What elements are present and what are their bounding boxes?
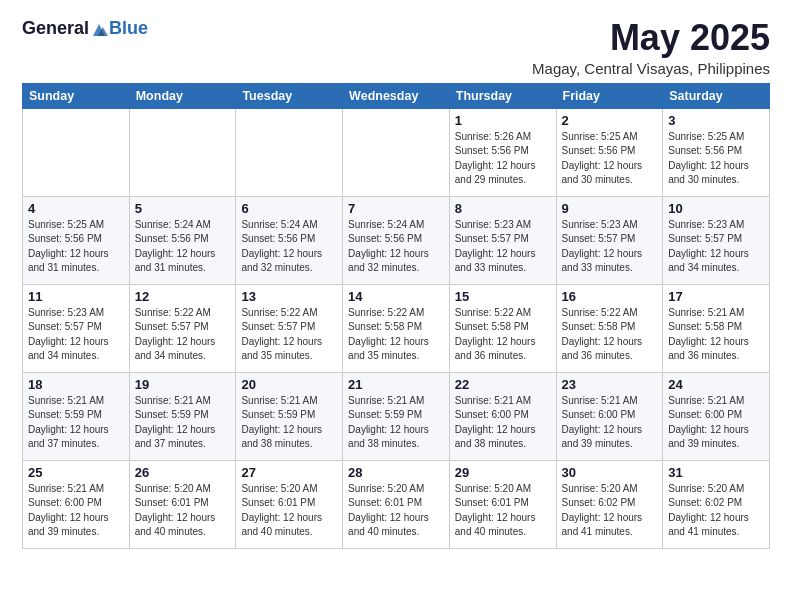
day-info: Sunrise: 5:20 AM Sunset: 6:02 PM Dayligh… — [562, 482, 658, 540]
day-number: 30 — [562, 465, 658, 480]
day-info: Sunrise: 5:24 AM Sunset: 5:56 PM Dayligh… — [135, 218, 231, 276]
day-number: 25 — [28, 465, 124, 480]
day-info: Sunrise: 5:22 AM Sunset: 5:57 PM Dayligh… — [135, 306, 231, 364]
calendar-cell: 10Sunrise: 5:23 AM Sunset: 5:57 PM Dayli… — [663, 196, 770, 284]
day-number: 3 — [668, 113, 764, 128]
day-number: 14 — [348, 289, 444, 304]
day-info: Sunrise: 5:20 AM Sunset: 6:01 PM Dayligh… — [348, 482, 444, 540]
column-header-sunday: Sunday — [23, 83, 130, 108]
calendar-cell: 16Sunrise: 5:22 AM Sunset: 5:58 PM Dayli… — [556, 284, 663, 372]
calendar-cell: 24Sunrise: 5:21 AM Sunset: 6:00 PM Dayli… — [663, 372, 770, 460]
header: General Blue May 2025 Magay, Central Vis… — [22, 18, 770, 77]
day-info: Sunrise: 5:20 AM Sunset: 6:01 PM Dayligh… — [135, 482, 231, 540]
day-info: Sunrise: 5:26 AM Sunset: 5:56 PM Dayligh… — [455, 130, 551, 188]
day-number: 6 — [241, 201, 337, 216]
calendar-cell: 19Sunrise: 5:21 AM Sunset: 5:59 PM Dayli… — [129, 372, 236, 460]
day-info: Sunrise: 5:20 AM Sunset: 6:01 PM Dayligh… — [455, 482, 551, 540]
day-number: 31 — [668, 465, 764, 480]
day-info: Sunrise: 5:21 AM Sunset: 5:59 PM Dayligh… — [241, 394, 337, 452]
day-number: 1 — [455, 113, 551, 128]
day-info: Sunrise: 5:20 AM Sunset: 6:01 PM Dayligh… — [241, 482, 337, 540]
calendar-cell: 14Sunrise: 5:22 AM Sunset: 5:58 PM Dayli… — [343, 284, 450, 372]
day-number: 8 — [455, 201, 551, 216]
day-info: Sunrise: 5:25 AM Sunset: 5:56 PM Dayligh… — [562, 130, 658, 188]
day-number: 27 — [241, 465, 337, 480]
day-info: Sunrise: 5:20 AM Sunset: 6:02 PM Dayligh… — [668, 482, 764, 540]
day-info: Sunrise: 5:21 AM Sunset: 6:00 PM Dayligh… — [668, 394, 764, 452]
day-info: Sunrise: 5:24 AM Sunset: 5:56 PM Dayligh… — [241, 218, 337, 276]
calendar-cell: 1Sunrise: 5:26 AM Sunset: 5:56 PM Daylig… — [449, 108, 556, 196]
calendar-cell: 8Sunrise: 5:23 AM Sunset: 5:57 PM Daylig… — [449, 196, 556, 284]
day-number: 21 — [348, 377, 444, 392]
column-header-monday: Monday — [129, 83, 236, 108]
calendar-cell: 23Sunrise: 5:21 AM Sunset: 6:00 PM Dayli… — [556, 372, 663, 460]
day-info: Sunrise: 5:21 AM Sunset: 5:59 PM Dayligh… — [28, 394, 124, 452]
calendar-cell: 9Sunrise: 5:23 AM Sunset: 5:57 PM Daylig… — [556, 196, 663, 284]
day-info: Sunrise: 5:21 AM Sunset: 5:58 PM Dayligh… — [668, 306, 764, 364]
day-number: 12 — [135, 289, 231, 304]
column-header-wednesday: Wednesday — [343, 83, 450, 108]
calendar-cell: 17Sunrise: 5:21 AM Sunset: 5:58 PM Dayli… — [663, 284, 770, 372]
day-number: 4 — [28, 201, 124, 216]
week-row-5: 25Sunrise: 5:21 AM Sunset: 6:00 PM Dayli… — [23, 460, 770, 548]
day-number: 16 — [562, 289, 658, 304]
calendar-cell: 11Sunrise: 5:23 AM Sunset: 5:57 PM Dayli… — [23, 284, 130, 372]
calendar-cell: 31Sunrise: 5:20 AM Sunset: 6:02 PM Dayli… — [663, 460, 770, 548]
day-number: 15 — [455, 289, 551, 304]
column-header-saturday: Saturday — [663, 83, 770, 108]
day-info: Sunrise: 5:21 AM Sunset: 5:59 PM Dayligh… — [135, 394, 231, 452]
day-number: 5 — [135, 201, 231, 216]
day-info: Sunrise: 5:22 AM Sunset: 5:58 PM Dayligh… — [455, 306, 551, 364]
day-number: 26 — [135, 465, 231, 480]
calendar-cell: 4Sunrise: 5:25 AM Sunset: 5:56 PM Daylig… — [23, 196, 130, 284]
day-info: Sunrise: 5:22 AM Sunset: 5:58 PM Dayligh… — [562, 306, 658, 364]
calendar-cell — [23, 108, 130, 196]
day-info: Sunrise: 5:23 AM Sunset: 5:57 PM Dayligh… — [455, 218, 551, 276]
day-info: Sunrise: 5:21 AM Sunset: 6:00 PM Dayligh… — [455, 394, 551, 452]
day-number: 9 — [562, 201, 658, 216]
location-title: Magay, Central Visayas, Philippines — [532, 60, 770, 77]
header-row: SundayMondayTuesdayWednesdayThursdayFrid… — [23, 83, 770, 108]
title-area: May 2025 Magay, Central Visayas, Philipp… — [532, 18, 770, 77]
calendar-table: SundayMondayTuesdayWednesdayThursdayFrid… — [22, 83, 770, 549]
week-row-3: 11Sunrise: 5:23 AM Sunset: 5:57 PM Dayli… — [23, 284, 770, 372]
day-info: Sunrise: 5:23 AM Sunset: 5:57 PM Dayligh… — [668, 218, 764, 276]
day-number: 2 — [562, 113, 658, 128]
day-number: 23 — [562, 377, 658, 392]
column-header-tuesday: Tuesday — [236, 83, 343, 108]
day-number: 11 — [28, 289, 124, 304]
week-row-2: 4Sunrise: 5:25 AM Sunset: 5:56 PM Daylig… — [23, 196, 770, 284]
logo-general: General — [22, 18, 89, 39]
logo-area: General Blue — [22, 18, 148, 39]
calendar-cell: 3Sunrise: 5:25 AM Sunset: 5:56 PM Daylig… — [663, 108, 770, 196]
calendar-cell: 25Sunrise: 5:21 AM Sunset: 6:00 PM Dayli… — [23, 460, 130, 548]
day-number: 29 — [455, 465, 551, 480]
calendar-cell: 6Sunrise: 5:24 AM Sunset: 5:56 PM Daylig… — [236, 196, 343, 284]
day-info: Sunrise: 5:21 AM Sunset: 6:00 PM Dayligh… — [28, 482, 124, 540]
calendar-cell — [343, 108, 450, 196]
day-number: 18 — [28, 377, 124, 392]
calendar-cell: 21Sunrise: 5:21 AM Sunset: 5:59 PM Dayli… — [343, 372, 450, 460]
calendar-cell: 2Sunrise: 5:25 AM Sunset: 5:56 PM Daylig… — [556, 108, 663, 196]
day-info: Sunrise: 5:21 AM Sunset: 5:59 PM Dayligh… — [348, 394, 444, 452]
day-info: Sunrise: 5:21 AM Sunset: 6:00 PM Dayligh… — [562, 394, 658, 452]
day-number: 24 — [668, 377, 764, 392]
calendar-cell: 13Sunrise: 5:22 AM Sunset: 5:57 PM Dayli… — [236, 284, 343, 372]
day-info: Sunrise: 5:22 AM Sunset: 5:58 PM Dayligh… — [348, 306, 444, 364]
day-number: 22 — [455, 377, 551, 392]
day-info: Sunrise: 5:23 AM Sunset: 5:57 PM Dayligh… — [28, 306, 124, 364]
calendar-cell: 5Sunrise: 5:24 AM Sunset: 5:56 PM Daylig… — [129, 196, 236, 284]
calendar-cell: 27Sunrise: 5:20 AM Sunset: 6:01 PM Dayli… — [236, 460, 343, 548]
month-title: May 2025 — [532, 18, 770, 58]
week-row-1: 1Sunrise: 5:26 AM Sunset: 5:56 PM Daylig… — [23, 108, 770, 196]
day-info: Sunrise: 5:24 AM Sunset: 5:56 PM Dayligh… — [348, 218, 444, 276]
day-number: 13 — [241, 289, 337, 304]
calendar-cell: 18Sunrise: 5:21 AM Sunset: 5:59 PM Dayli… — [23, 372, 130, 460]
calendar-cell: 12Sunrise: 5:22 AM Sunset: 5:57 PM Dayli… — [129, 284, 236, 372]
day-number: 28 — [348, 465, 444, 480]
calendar-cell: 30Sunrise: 5:20 AM Sunset: 6:02 PM Dayli… — [556, 460, 663, 548]
calendar-cell: 22Sunrise: 5:21 AM Sunset: 6:00 PM Dayli… — [449, 372, 556, 460]
day-info: Sunrise: 5:22 AM Sunset: 5:57 PM Dayligh… — [241, 306, 337, 364]
logo: General Blue — [22, 18, 148, 39]
calendar-cell: 20Sunrise: 5:21 AM Sunset: 5:59 PM Dayli… — [236, 372, 343, 460]
